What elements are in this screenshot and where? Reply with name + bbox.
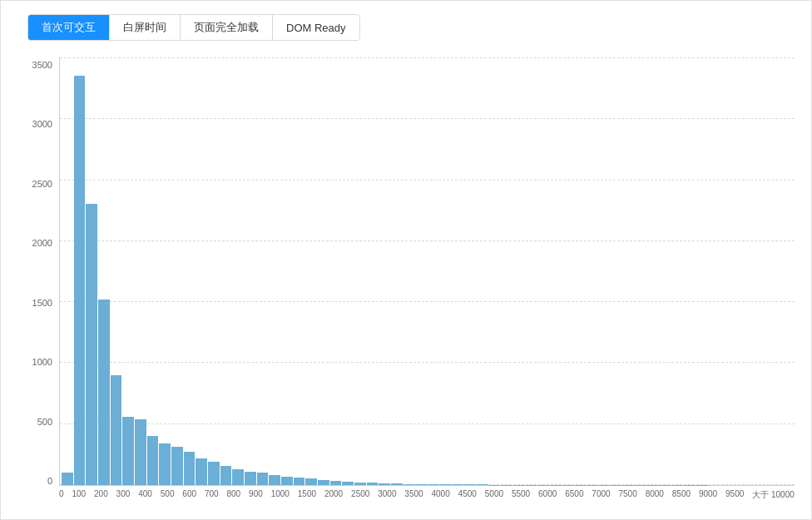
x-label: 8500 [672, 489, 691, 511]
bar [122, 417, 134, 485]
bar [245, 472, 256, 485]
y-label: 1000 [32, 358, 52, 367]
bar [257, 473, 269, 485]
x-label: 9000 [699, 489, 717, 511]
bar [404, 484, 415, 485]
x-label: 0 [59, 489, 64, 511]
x-label: 1000 [271, 489, 290, 511]
header: 首次可交互白屏时间页面完全加载DOM Ready [17, 14, 795, 41]
bar [86, 204, 97, 485]
bar [98, 300, 110, 485]
bar [281, 477, 293, 485]
tab-white-screen[interactable]: 白屏时间 [110, 15, 181, 40]
x-label: 7000 [592, 489, 610, 511]
x-label: 200 [94, 489, 108, 511]
bars-container [60, 57, 795, 485]
bar [135, 419, 146, 485]
x-label: 3500 [404, 489, 423, 511]
x-label: 500 [161, 489, 175, 511]
y-label: 2000 [32, 239, 52, 248]
bar [428, 484, 439, 485]
chart-plot [59, 57, 795, 486]
x-label: 3000 [378, 489, 396, 511]
bar [391, 483, 403, 485]
y-label: 0 [47, 477, 52, 486]
x-label: 5500 [512, 489, 530, 511]
y-label: 3500 [32, 61, 52, 70]
bar [111, 375, 122, 485]
x-label: 2000 [324, 489, 343, 511]
bar [74, 76, 86, 485]
x-label: 5000 [485, 489, 503, 511]
x-label: 9500 [725, 489, 744, 511]
bar [379, 483, 390, 485]
bar [330, 481, 342, 485]
x-label: 4000 [432, 489, 450, 511]
y-label: 500 [37, 418, 52, 427]
x-label: 6500 [565, 489, 583, 511]
bar [220, 466, 232, 485]
bar [464, 484, 476, 485]
bar [367, 483, 379, 485]
x-label: 4500 [458, 489, 477, 511]
bar [171, 447, 183, 485]
bar [477, 484, 488, 485]
bar [305, 478, 317, 485]
y-label: 3000 [32, 120, 52, 129]
bar [269, 475, 280, 485]
x-label: 8000 [646, 489, 664, 511]
chart-area: 0100200300400500600700800900100015002000… [59, 57, 795, 511]
x-label: 2500 [351, 489, 369, 511]
bar [208, 462, 220, 485]
bar [440, 484, 452, 485]
x-label: 1500 [298, 489, 316, 511]
tab-first-interactive[interactable]: 首次可交互 [28, 15, 110, 40]
y-label: 1500 [32, 299, 52, 308]
x-label: 大于 10000 [752, 489, 795, 511]
x-labels: 0100200300400500600700800900100015002000… [59, 489, 795, 511]
performance-container: 首次可交互白屏时间页面完全加载DOM Ready 350030002500200… [0, 0, 812, 520]
x-label: 900 [249, 489, 263, 511]
x-label: 100 [72, 489, 86, 511]
bar [147, 436, 159, 485]
bar [318, 480, 329, 485]
x-label: 300 [116, 489, 131, 511]
x-axis: 0100200300400500600700800900100015002000… [59, 486, 795, 511]
x-label: 400 [138, 489, 152, 511]
tab-full-load[interactable]: 页面完全加载 [181, 15, 273, 40]
tab-dom-ready[interactable]: DOM Ready [273, 15, 359, 40]
bar [232, 469, 244, 485]
x-label: 7500 [618, 489, 636, 511]
y-label: 2500 [32, 180, 52, 189]
bar [184, 452, 196, 485]
x-label: 600 [182, 489, 196, 511]
chart-wrapper: 3500300025002000150010005000 01002003004… [17, 57, 795, 511]
x-label: 700 [205, 489, 219, 511]
y-axis: 3500300025002000150010005000 [17, 57, 59, 511]
bar [342, 482, 354, 485]
bar [294, 478, 305, 485]
x-label: 6000 [538, 489, 557, 511]
bar [453, 484, 464, 485]
bar [354, 483, 366, 485]
tab-group: 首次可交互白屏时间页面完全加载DOM Ready [27, 14, 360, 41]
bar [62, 473, 73, 485]
bar [415, 484, 427, 485]
bar [196, 458, 207, 485]
x-label: 800 [227, 489, 241, 511]
bar [159, 443, 171, 485]
